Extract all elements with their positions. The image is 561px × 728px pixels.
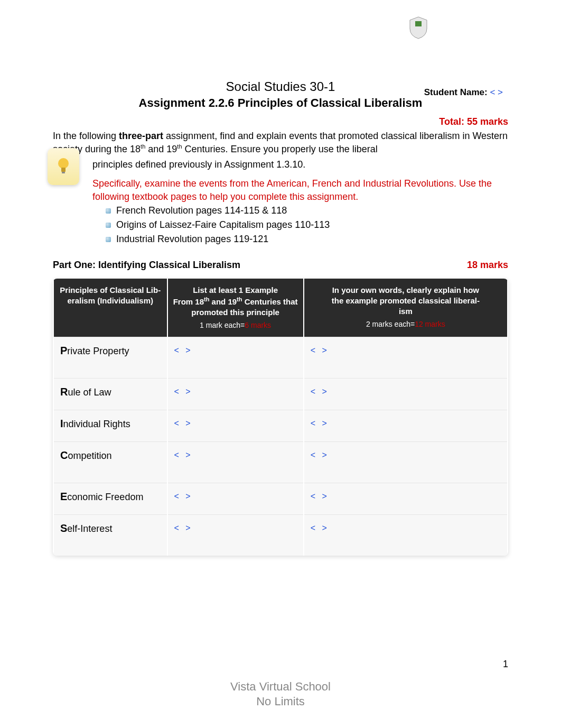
part-one-marks: 18 marks bbox=[467, 260, 508, 271]
list-item: French Revolution pages 114-115 & 118 bbox=[106, 204, 508, 218]
list-item: Origins of Laissez-Faire Capitalism page… bbox=[106, 218, 508, 232]
footer-tagline: No Limits bbox=[0, 694, 561, 709]
principle-cell: Individual Rights bbox=[54, 410, 167, 441]
bullet-icon bbox=[106, 208, 111, 214]
svg-rect-3 bbox=[62, 172, 65, 173]
principle-cell: Economic Freedom bbox=[54, 483, 167, 514]
student-name-label: Student Name: bbox=[424, 87, 488, 97]
explain-cell[interactable]: < > bbox=[304, 378, 507, 410]
svg-point-1 bbox=[58, 158, 69, 169]
explain-cell[interactable]: < > bbox=[304, 514, 507, 556]
lightbulb-icon bbox=[48, 148, 79, 185]
list-item: Industrial Revolution pages 119-121 bbox=[106, 232, 508, 246]
table-row: Competition < > < > bbox=[54, 441, 507, 483]
principle-cell: Self-Interest bbox=[54, 514, 167, 556]
table-row: Rule of Law < > < > bbox=[54, 378, 507, 410]
principle-cell: Private Property bbox=[54, 337, 167, 378]
bullet-icon bbox=[106, 237, 111, 242]
school-logo bbox=[408, 16, 450, 53]
example-cell[interactable]: < > bbox=[168, 410, 303, 441]
reference-list: French Revolution pages 114-115 & 118 Or… bbox=[53, 204, 508, 246]
footer: Vista Virtual School No Limits bbox=[0, 679, 561, 709]
col-header-principles: Principles of Classical Lib- eralism (In… bbox=[54, 279, 167, 337]
table-row: Individual Rights < > < > bbox=[54, 410, 507, 441]
svg-rect-2 bbox=[61, 168, 66, 172]
svg-rect-0 bbox=[415, 21, 422, 26]
explain-cell[interactable]: < > bbox=[304, 483, 507, 514]
col-header-example: List at least 1 Example From 18th and 19… bbox=[168, 279, 303, 337]
student-name-value[interactable]: < > bbox=[490, 87, 503, 97]
part-one-title: Part One: Identifying Classical Liberali… bbox=[53, 260, 240, 271]
col-header-explain: In your own words, clearly explain how t… bbox=[304, 279, 507, 337]
footer-school: Vista Virtual School bbox=[0, 679, 561, 695]
part-one-header: Part One: Identifying Classical Liberali… bbox=[53, 260, 508, 271]
principle-cell: Rule of Law bbox=[54, 378, 167, 410]
intro-paragraph: In the following three-part assignment, … bbox=[53, 130, 508, 156]
total-marks: Total: 55 marks bbox=[53, 116, 508, 127]
intro-line2: principles defined previously in Assignm… bbox=[53, 158, 508, 171]
example-cell[interactable]: < > bbox=[168, 378, 303, 410]
student-name-field[interactable]: Student Name: < > bbox=[424, 87, 503, 98]
shield-icon bbox=[408, 16, 429, 40]
explain-cell[interactable]: < > bbox=[304, 410, 507, 441]
example-cell[interactable]: < > bbox=[168, 483, 303, 514]
example-cell[interactable]: < > bbox=[168, 514, 303, 556]
specific-instructions: Specifically, examine the events from th… bbox=[53, 177, 508, 204]
principle-cell: Competition bbox=[54, 441, 167, 483]
table-row: Private Property < > < > bbox=[54, 337, 507, 378]
example-cell[interactable]: < > bbox=[168, 337, 303, 378]
table-row: Economic Freedom < > < > bbox=[54, 483, 507, 514]
page-number: 1 bbox=[503, 659, 508, 670]
principles-table: Principles of Classical Lib- eralism (In… bbox=[53, 279, 508, 556]
explain-cell[interactable]: < > bbox=[304, 441, 507, 483]
table-row: Self-Interest < > < > bbox=[54, 514, 507, 556]
assignment-title: Assignment 2.2.6 Principles of Classical… bbox=[53, 96, 508, 110]
bullet-icon bbox=[106, 223, 111, 228]
explain-cell[interactable]: < > bbox=[304, 337, 507, 378]
example-cell[interactable]: < > bbox=[168, 441, 303, 483]
